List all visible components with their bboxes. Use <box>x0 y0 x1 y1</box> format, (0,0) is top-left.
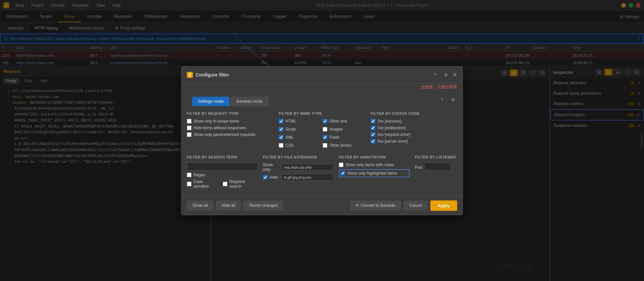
cb-highlighted-label: Show only highlighted items <box>347 171 397 176</box>
configure-filter-modal: B Configure filter ? ⚙ ✕ 过滤器，只显示高亮 Setti… <box>181 66 463 215</box>
tab-settings-mode[interactable]: Settings mode <box>192 97 229 106</box>
cb-regex-label: Regex <box>194 173 205 177</box>
show-only-row: Show only: <box>263 162 334 172</box>
cb-no-responses[interactable] <box>187 126 192 130</box>
cb-notes[interactable] <box>339 162 343 167</box>
cb-css[interactable] <box>279 143 283 148</box>
modal-gear-btn[interactable]: ⚙ <box>448 95 457 104</box>
cb-highlighted-row: Show only highlighted items <box>339 169 410 177</box>
cb-css-row: CSS <box>279 143 321 148</box>
filter-listener-section: Filter by listener Port <box>415 155 457 191</box>
filter-annotation-title: Filter by annotation <box>339 155 410 159</box>
cb-3xx-label: 3xx [redirection] <box>377 126 406 130</box>
checkbox-parameterized: Show only parameterized requests <box>187 132 273 137</box>
cb-highlighted[interactable] <box>340 171 345 176</box>
cb-other-text-row: Other text <box>323 119 365 124</box>
modal-header: B Configure filter ? ⚙ ✕ <box>181 66 463 84</box>
revert-changes-button[interactable]: Revert changes <box>244 201 283 210</box>
show-all-button[interactable]: Show all <box>187 201 213 210</box>
show-only-label: Show only: <box>263 162 280 172</box>
modal-subtitle: 过滤器，只显示高亮 <box>181 84 463 91</box>
cb-case-sensitive-label: Case sensitive <box>194 179 219 189</box>
modal-tabs: Settings mode Bambda mode <box>187 93 274 106</box>
cb-images[interactable] <box>323 127 327 132</box>
apply-button[interactable]: Apply <box>430 200 457 211</box>
cb-flash-label: Flash <box>329 135 339 140</box>
search-term-input[interactable] <box>187 162 258 171</box>
cb-notes-row: Show only items with notes <box>339 162 410 167</box>
cb-flash-row: Flash <box>323 135 365 140</box>
footer-left-buttons: Show all Hide all Revert changes <box>187 201 283 210</box>
cb-xml[interactable] <box>279 135 283 140</box>
cb-2xx-row: 2xx [success] <box>371 119 457 124</box>
cb-html[interactable] <box>279 119 283 124</box>
modal-header-icons: ? ⚙ <box>438 95 457 104</box>
cb-other-text[interactable] <box>323 119 327 124</box>
modal-footer: Show all Hide all Revert changes ⟳ Conve… <box>181 196 463 215</box>
filter-status-code-section: Filter by status code 2xx [success] 3xx … <box>371 111 457 150</box>
filter-listener-title: Filter by listener <box>415 155 457 159</box>
cb-negative-search[interactable] <box>223 182 227 186</box>
cb-xml-label: XML <box>285 135 294 140</box>
modal-title-text: Configure filter <box>196 72 229 78</box>
cb-in-scope[interactable] <box>187 119 192 124</box>
hide-all-button[interactable]: Hide all <box>216 201 241 210</box>
burp-logo-icon: B <box>187 72 193 78</box>
cb-5xx-row: 5xx [server error] <box>371 139 457 144</box>
filter-mime-type-section: Filter by MIME type HTML Other text S <box>279 111 365 150</box>
filter-mime-title: Filter by MIME type <box>279 111 365 115</box>
cb-5xx-label: 5xx [server error] <box>377 139 408 144</box>
port-input[interactable] <box>424 162 451 171</box>
filter-search-title: Filter by search term <box>187 155 258 159</box>
cb-hide-ext[interactable] <box>263 175 268 180</box>
hide-row: Hide: <box>263 174 334 181</box>
cb-2xx[interactable] <box>371 119 375 124</box>
tab-bambda-mode[interactable]: Bambda mode <box>231 97 268 106</box>
cb-script-row: Script <box>279 127 321 132</box>
cb-3xx-row: 3xx [redirection] <box>371 126 457 130</box>
modal-overlay[interactable]: B Configure filter ? ⚙ ✕ 过滤器，只显示高亮 Setti… <box>0 0 644 281</box>
modal-help-icon[interactable]: ? <box>431 71 439 79</box>
filter-annotation-section: Filter by annotation Show only items wit… <box>339 155 410 191</box>
cb-case-sensitive-row: Case sensitive <box>187 179 219 189</box>
cb-regex[interactable] <box>187 173 192 177</box>
modal-settings-icon[interactable]: ⚙ <box>441 71 450 79</box>
footer-right-buttons: ⟳ Convert to Bambda Cancel Apply <box>350 200 457 211</box>
checkbox-no-responses: Hide items without responses <box>187 126 273 130</box>
port-label: Port <box>415 165 422 170</box>
cb-4xx[interactable] <box>371 132 375 137</box>
cancel-button[interactable]: Cancel <box>404 201 428 210</box>
cb-script-label: Script <box>285 127 296 132</box>
filter-request-type-title: Filter by request type <box>187 111 273 115</box>
cb-xml-row: XML <box>279 135 321 140</box>
checkbox-in-scope: Show only in-scope items <box>187 119 273 124</box>
filter-file-extension-section: Filter by file extension Show only: Hide… <box>263 155 334 191</box>
cb-other-binary[interactable] <box>323 143 327 148</box>
cb-no-responses-label: Hide items without responses <box>194 126 246 130</box>
cb-html-label: HTML <box>285 119 297 124</box>
hide-ext-input[interactable] <box>282 174 334 181</box>
filter-search-term-section: Filter by search term Regex Case sensiti… <box>187 155 258 191</box>
modal-body: Filter by request type Show only in-scop… <box>181 106 463 196</box>
cb-other-binary-label: Other binary <box>329 143 352 148</box>
filter-request-type-section: Filter by request type Show only in-scop… <box>187 111 273 150</box>
cb-other-text-label: Other text <box>329 119 347 124</box>
sync-icon: ⟳ <box>356 203 359 208</box>
convert-to-bambda-button[interactable]: ⟳ Convert to Bambda <box>350 201 401 210</box>
cb-parameterized[interactable] <box>187 132 192 137</box>
cb-case-sensitive[interactable] <box>187 182 192 186</box>
cb-4xx-row: 4xx [request error] <box>371 132 457 137</box>
cb-flash[interactable] <box>323 135 327 140</box>
show-only-input[interactable] <box>282 164 334 171</box>
cb-images-label: Images <box>329 127 342 132</box>
cb-css-label: CSS <box>285 143 294 148</box>
cb-5xx[interactable] <box>371 139 375 144</box>
cb-notes-label: Show only items with notes <box>345 162 394 167</box>
bambda-btn-label: Convert to Bambda <box>361 203 395 208</box>
modal-help-btn[interactable]: ? <box>438 95 446 104</box>
hide-label: Hide: <box>270 175 280 180</box>
cb-html-row: HTML <box>279 119 321 124</box>
cb-script[interactable] <box>279 127 283 132</box>
cb-3xx[interactable] <box>371 126 375 130</box>
modal-close-button[interactable]: ✕ <box>452 71 457 79</box>
